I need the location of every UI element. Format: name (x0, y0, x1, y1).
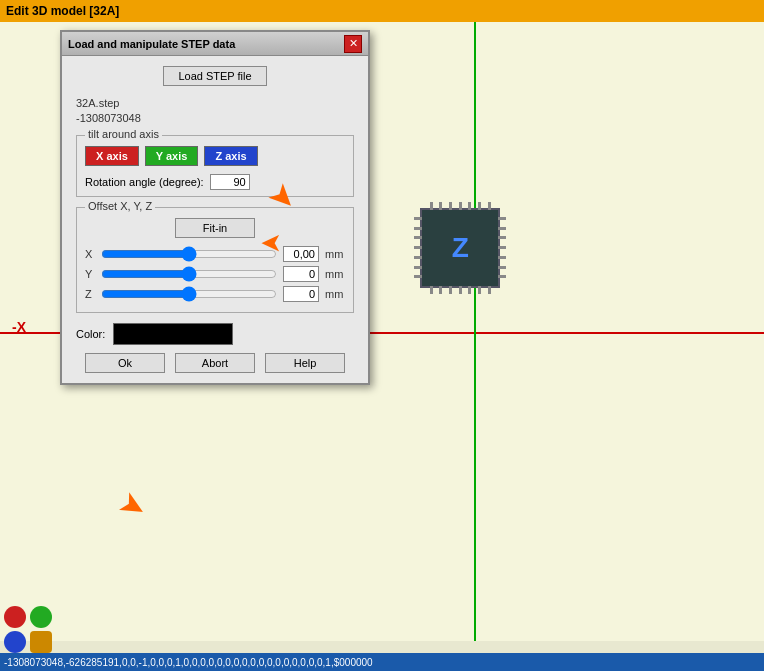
rotation-input[interactable] (210, 174, 250, 190)
y-unit: mm (325, 268, 345, 280)
offset-group-label: Offset X, Y, Z (85, 200, 155, 212)
ic-chip-wrapper: Z (420, 208, 500, 288)
pin (488, 202, 491, 210)
pin (414, 256, 422, 259)
y-label: Y (85, 268, 95, 280)
z-value-input[interactable] (283, 286, 319, 302)
pin (430, 286, 433, 294)
load-btn-row: Load STEP file (76, 66, 354, 86)
pin (459, 202, 462, 210)
pin (498, 256, 506, 259)
pin (488, 286, 491, 294)
blue-icon[interactable] (4, 631, 26, 653)
dialog-content: Load STEP file 32A.step -1308073048 tilt… (62, 56, 368, 383)
z-unit: mm (325, 288, 345, 300)
ic-pins-bottom (426, 286, 494, 294)
status-text: -1308073048,-626285191,0,0,-1,0,0,0,1,0,… (4, 657, 373, 668)
color-row: Color: (76, 323, 354, 345)
axis-buttons: X axis Y axis Z axis (85, 146, 345, 166)
pin (498, 275, 506, 278)
pin (439, 202, 442, 210)
x-value-input[interactable] (283, 246, 319, 262)
x-axis-label: -X (12, 319, 26, 335)
y-axis-button[interactable]: Y axis (145, 146, 199, 166)
dialog-titlebar: Load and manipulate STEP data ✕ (62, 32, 368, 56)
pin (468, 202, 471, 210)
bottom-icons (4, 606, 52, 653)
tilt-group: tilt around axis X axis Y axis Z axis Ro… (76, 135, 354, 197)
rotation-label: Rotation angle (degree): (85, 176, 204, 188)
color-swatch[interactable] (113, 323, 233, 345)
y-value-input[interactable] (283, 266, 319, 282)
color-label: Color: (76, 328, 105, 340)
x-unit: mm (325, 248, 345, 260)
z-label: Z (85, 288, 95, 300)
pin (414, 246, 422, 249)
dialog-close-button[interactable]: ✕ (344, 35, 362, 53)
icon-row-2 (4, 631, 52, 653)
pin (414, 236, 422, 239)
x-slider[interactable] (101, 247, 277, 261)
fit-btn-row: Fit-in (85, 218, 345, 238)
pin (498, 227, 506, 230)
pin (414, 227, 422, 230)
pin (414, 266, 422, 269)
pin (468, 286, 471, 294)
pin (478, 202, 481, 210)
bottom-btn-row: Ok Abort Help (76, 353, 354, 373)
dialog-title: Load and manipulate STEP data (68, 38, 235, 50)
pin (414, 275, 422, 278)
chip-z-label: Z (452, 232, 469, 264)
ic-chip-body: Z (420, 208, 500, 288)
red-icon[interactable] (4, 606, 26, 628)
app-title: Edit 3D model [32A] (6, 4, 119, 18)
x-slider-row: X mm (85, 246, 345, 262)
tilt-group-label: tilt around axis (85, 128, 162, 140)
help-button[interactable]: Help (265, 353, 345, 373)
pin (449, 286, 452, 294)
file-id: -1308073048 (76, 111, 354, 126)
load-step-button[interactable]: Load STEP file (163, 66, 266, 86)
status-bar: -1308073048,-626285191,0,0,-1,0,0,0,1,0,… (0, 653, 764, 671)
offset-group: Offset X, Y, Z Fit-in X mm Y mm (76, 207, 354, 313)
title-bar: Edit 3D model [32A] (0, 0, 764, 22)
z-slider[interactable] (101, 287, 277, 301)
pin (449, 202, 452, 210)
icon-row-1 (4, 606, 52, 628)
x-axis-button[interactable]: X axis (85, 146, 139, 166)
ok-button[interactable]: Ok (85, 353, 165, 373)
green-icon[interactable] (30, 606, 52, 628)
pin (498, 246, 506, 249)
pencil-icon[interactable] (30, 631, 52, 653)
z-axis-button[interactable]: Z axis (204, 146, 257, 166)
file-info: 32A.step -1308073048 (76, 96, 354, 127)
ic-pins-right (498, 214, 506, 282)
file-name: 32A.step (76, 96, 354, 111)
ic-pins-top (426, 202, 494, 210)
pin (439, 286, 442, 294)
x-label: X (85, 248, 95, 260)
pin (498, 236, 506, 239)
z-slider-row: Z mm (85, 286, 345, 302)
y-slider-row: Y mm (85, 266, 345, 282)
abort-button[interactable]: Abort (175, 353, 255, 373)
pin (414, 217, 422, 220)
pin (459, 286, 462, 294)
pin (498, 217, 506, 220)
y-axis-line (474, 22, 476, 641)
ic-pins-left (414, 214, 422, 282)
fit-in-button[interactable]: Fit-in (175, 218, 255, 238)
pin (430, 202, 433, 210)
pin (478, 286, 481, 294)
rotation-row: Rotation angle (degree): (85, 174, 345, 190)
dialog: Load and manipulate STEP data ✕ Load STE… (60, 30, 370, 385)
y-slider[interactable] (101, 267, 277, 281)
pin (498, 266, 506, 269)
dialog-overlay: Load and manipulate STEP data ✕ Load STE… (60, 30, 370, 385)
